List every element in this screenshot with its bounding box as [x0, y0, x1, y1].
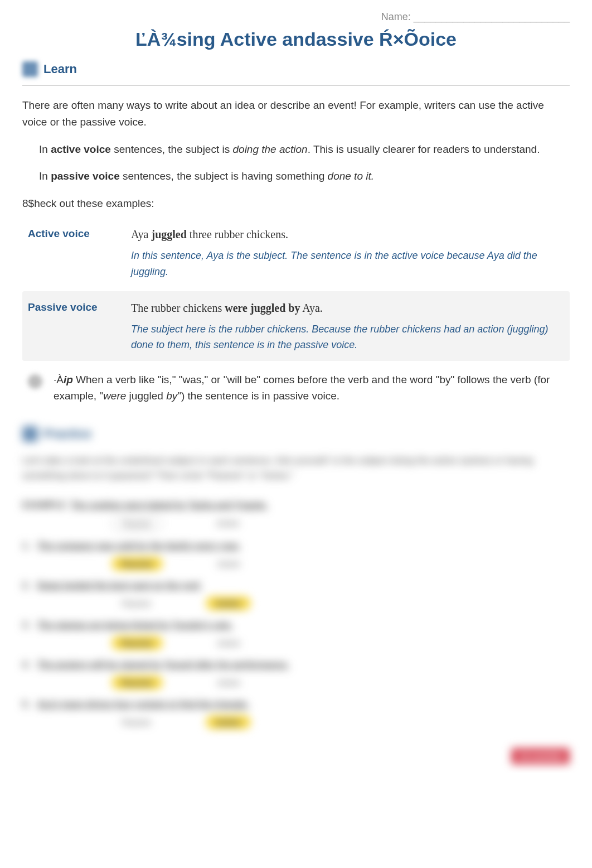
active-example-note: In this sentence, Aya is the subject. Th…: [131, 248, 564, 280]
choice-passive: Passive: [111, 557, 163, 571]
footer-badge: ixl.com/ela: [22, 751, 570, 761]
examples-intro: 8$heck out these examples:: [22, 195, 570, 212]
passive-example-sentence: The rubber chickens were juggled by Aya.: [131, 299, 564, 317]
lightbulb-icon: [28, 374, 42, 389]
choice-passive: Passive: [111, 715, 161, 729]
intro-paragraph: There are often many ways to write about…: [22, 97, 570, 131]
choice-active: Active: [207, 636, 250, 650]
name-field-label: Name: ____________________________: [22, 11, 570, 23]
practice-section-locked: Practice Let's take a look at the underl…: [22, 426, 570, 761]
learn-content: There are often many ways to write about…: [22, 85, 570, 404]
active-definition: In active voice sentences, the subject i…: [22, 141, 570, 158]
passive-example-note: The subject here is the rubber chickens.…: [131, 321, 564, 354]
tip-text: ·Àip When a verb like "is," "was," or "w…: [54, 372, 564, 404]
practice-row: 2. Dawg landed the best spot on the roof…: [22, 581, 570, 610]
choice-active: Active: [207, 557, 250, 571]
example-active: Active voice Aya juggled three rubber ch…: [22, 218, 570, 288]
choice-passive: Passive: [111, 676, 163, 689]
practice-row: 3. The stamps are being licked by Yusuke…: [22, 620, 570, 650]
pencil-icon: [22, 61, 38, 77]
practice-example-row: EXAMPLE The cookies were baked by Tasha …: [22, 500, 570, 531]
choice-active: Active: [206, 596, 251, 610]
practice-row: 1. The company was sold by the family ev…: [22, 541, 570, 571]
choice-passive: Passive: [111, 516, 162, 531]
choice-active: Active: [206, 715, 251, 729]
practice-row: 4. The posters will be signed by Yousef …: [22, 660, 570, 689]
choice-passive: Passive: [111, 596, 161, 610]
tip-row: ·Àip When a verb like "is," "was," or "w…: [22, 372, 570, 404]
active-voice-label: Active voice: [28, 225, 120, 280]
pencil-icon: [22, 426, 38, 442]
practice-row: 5. Aya's team drives four rockets to fin…: [22, 700, 570, 729]
example-passive: Passive voice The rubber chickens were j…: [22, 291, 570, 361]
passive-definition: In passive voice sentences, the subject …: [22, 168, 570, 185]
practice-instructions: Let's take a look at the underlined subj…: [22, 453, 570, 483]
passive-voice-label: Passive voice: [28, 299, 120, 354]
choice-active: Active: [207, 516, 250, 531]
learn-section-header: Learn: [22, 61, 570, 77]
choice-passive: Passive: [111, 636, 163, 650]
active-example-sentence: Aya juggled three rubber chickens.: [131, 225, 564, 243]
choice-active: Active: [207, 676, 250, 689]
page-title: ĽÀ¾sing Active andassive Ŕ×Õoice: [22, 28, 570, 50]
learn-label: Learn: [43, 62, 77, 76]
practice-label: Practice: [43, 427, 91, 441]
